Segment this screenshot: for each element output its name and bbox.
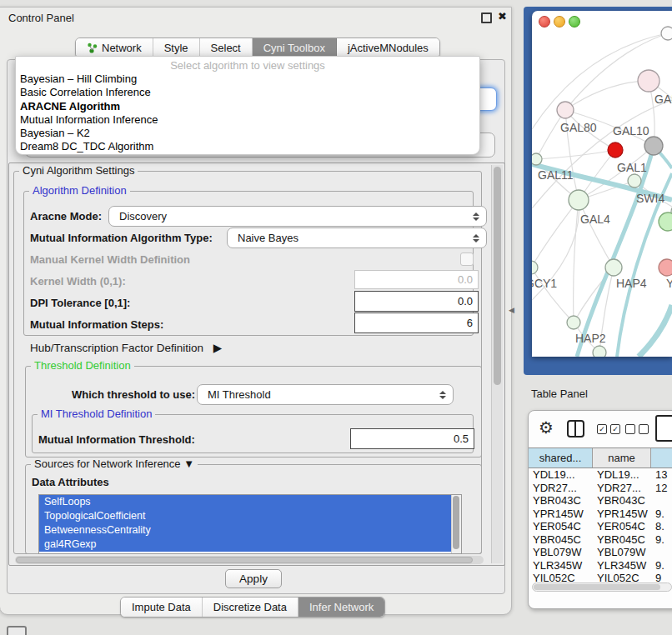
algorithm-option-dream8-dc-tdc-algorithm[interactable]: Dream8 DC_TDC Algorithm: [16, 140, 479, 153]
network-node[interactable]: [593, 346, 606, 357]
dpi-tolerance-field[interactable]: 0.0: [354, 291, 479, 312]
vertical-scrollbar[interactable]: [491, 165, 503, 563]
apply-button[interactable]: Apply: [225, 569, 282, 588]
attribute-item-topologicalcoefficient[interactable]: TopologicalCoefficient: [39, 509, 461, 523]
mi-threshold-field[interactable]: 0.5: [350, 428, 474, 449]
table-row[interactable]: YIL052CYIL052C9: [529, 572, 672, 582]
column-header-shared[interactable]: shared...: [529, 448, 593, 468]
table-cell: YDL19...: [529, 468, 593, 482]
tab-discretize-data[interactable]: Discretize Data: [203, 598, 298, 617]
bottom-tabs: Impute DataDiscretize DataInfer Network: [120, 597, 385, 618]
control-panel-titlebar: Control Panel ✖: [0, 8, 511, 28]
tab-network[interactable]: Network: [76, 38, 153, 58]
tab-infer-network[interactable]: Infer Network: [298, 598, 384, 617]
network-node-gal[interactable]: [638, 70, 659, 92]
tab-jactivemnodules[interactable]: jActiveMNodules: [337, 38, 439, 58]
collapse-down-icon: ▼: [183, 458, 194, 470]
table-row[interactable]: YDR27...YDR27...12: [529, 482, 672, 495]
aracne-mode-combo[interactable]: Discovery: [108, 206, 487, 227]
which-threshold-combo[interactable]: MI Threshold: [197, 384, 454, 405]
table-row[interactable]: YBL079WYBL079W: [529, 546, 672, 559]
table-scrollbar-thumb[interactable]: [534, 584, 660, 590]
attribute-item-selfloops[interactable]: SelfLoops: [39, 495, 461, 509]
algorithm-option-bayesian-k2[interactable]: Bayesian – K2: [16, 127, 479, 140]
table-cell: 13: [651, 468, 672, 482]
which-threshold-value: MI Threshold: [208, 388, 271, 401]
vertical-scrollbar-thumb[interactable]: [494, 167, 501, 385]
network-node-gal11[interactable]: [532, 153, 542, 165]
network-node[interactable]: [644, 137, 663, 155]
table-header-row: shared...nameA: [529, 448, 672, 468]
network-canvas[interactable]: GALGAL80GAL10GAL11GAL1SWI4GAL4GCY1HAP4YH…: [532, 11, 672, 357]
attributes-scrollbar[interactable]: [451, 495, 461, 553]
node-label-gal: GAL: [654, 92, 672, 106]
algorithm-option-aracne-algorithm[interactable]: ARACNE Algorithm: [16, 100, 479, 113]
algorithm-option-bayesian-hill-climbing[interactable]: Bayesian – Hill Climbing: [16, 72, 479, 86]
table-cell: [651, 546, 672, 559]
data-attributes-items: SelfLoopsTopologicalCoefficientBetweenne…: [39, 495, 461, 552]
network-node[interactable]: [661, 27, 672, 40]
mi-steps-label: Mutual Information Steps:: [30, 318, 163, 331]
table-cell: YDR27...: [529, 482, 593, 495]
close-icon[interactable]: ✖: [498, 10, 507, 22]
sources-toggle[interactable]: Sources for Network Inference ▼: [31, 458, 198, 470]
algorithm-dropdown-list: Bayesian – Hill ClimbingBasic Correlatio…: [16, 72, 479, 154]
network-node-hap4[interactable]: [605, 259, 622, 276]
tab-label: Impute Data: [132, 601, 191, 613]
data-attributes-list[interactable]: SelfLoopsTopologicalCoefficientBetweenne…: [38, 494, 462, 554]
attributes-scrollbar-thumb[interactable]: [453, 496, 459, 549]
settings-gear-icon[interactable]: ⚙: [539, 418, 554, 438]
table-panel-title: Table Panel: [531, 388, 588, 400]
algorithm-option-basic-correlation-inference[interactable]: Basic Correlation Inference: [16, 86, 479, 99]
network-node-gcy1[interactable]: [532, 261, 538, 274]
combo-arrows-icon: [439, 391, 446, 399]
column-header-a[interactable]: A: [651, 448, 672, 468]
table-cell: 9.: [651, 559, 672, 572]
node-label-y: Y: [666, 277, 672, 290]
network-icon: [87, 42, 98, 53]
table-row[interactable]: YLR345WYLR345W9.: [529, 559, 672, 572]
hub-definition-toggle[interactable]: Hub/Transcription Factor Definition ▶: [30, 341, 222, 354]
table-row[interactable]: YBR043CYBR043C: [529, 494, 672, 508]
table-row[interactable]: YPR145WYPR145W9.: [529, 508, 672, 521]
tab-style[interactable]: Style: [153, 38, 200, 58]
network-node-gal10[interactable]: [608, 142, 623, 158]
attribute-item-gal4rgexp[interactable]: gal4RGexp: [39, 538, 461, 552]
tab-select[interactable]: Select: [200, 38, 253, 58]
network-node-gal80[interactable]: [557, 102, 574, 118]
network-node-gal4[interactable]: [569, 190, 589, 210]
dpi-tolerance-value: 0.0: [458, 295, 473, 308]
which-threshold-label: Which threshold to use:: [72, 388, 195, 401]
deselect-all-icon[interactable]: [625, 424, 649, 434]
mi-type-combo[interactable]: Naive Bayes: [227, 228, 487, 248]
network-node[interactable]: [659, 212, 672, 231]
network-node-gal1[interactable]: [628, 174, 641, 188]
sources-title: Sources for Network Inference: [34, 458, 181, 470]
table-row[interactable]: YDL19...YDL19...13: [529, 468, 672, 482]
algorithm-option-mutual-information-inference[interactable]: Mutual Information Inference: [16, 113, 479, 127]
network-node-y[interactable]: [659, 259, 672, 276]
mi-threshold-label: Mutual Information Threshold:: [38, 433, 195, 446]
new-table-icon[interactable]: [655, 415, 672, 442]
split-collapse-icon[interactable]: ◀: [509, 306, 514, 314]
table-row[interactable]: YBR045CYBR045C9.: [529, 533, 672, 547]
network-node-hap2[interactable]: [567, 316, 580, 329]
expand-right-icon: ▶: [213, 342, 222, 354]
table-cell: YDR27...: [593, 482, 651, 495]
column-chooser-icon[interactable]: [567, 420, 584, 438]
select-all-icon[interactable]: ✓✓: [597, 424, 620, 434]
attribute-item-betweennesscentrality[interactable]: BetweennessCentrality: [39, 523, 461, 538]
table-horizontal-scrollbar[interactable]: [532, 582, 672, 592]
horizontal-scrollbar[interactable]: [15, 556, 484, 564]
mi-steps-field[interactable]: 6: [354, 312, 479, 333]
table-row[interactable]: YER054CYER054C8.: [529, 520, 672, 533]
tab-cyni-toolbox[interactable]: Cyni Toolbox: [253, 38, 337, 58]
column-header-name[interactable]: name: [593, 448, 651, 468]
tab-impute-data[interactable]: Impute Data: [121, 598, 203, 617]
cyni-algorithm-settings-title: Cyni Algorithm Settings: [19, 164, 138, 177]
float-window-icon[interactable]: [481, 12, 492, 23]
manual-kernel-checkbox[interactable]: [460, 252, 474, 266]
minimized-panel-icon[interactable]: [7, 626, 27, 635]
mi-threshold-definition-title: MI Threshold Definition: [38, 408, 155, 420]
horizontal-scrollbar-thumb[interactable]: [16, 557, 473, 563]
